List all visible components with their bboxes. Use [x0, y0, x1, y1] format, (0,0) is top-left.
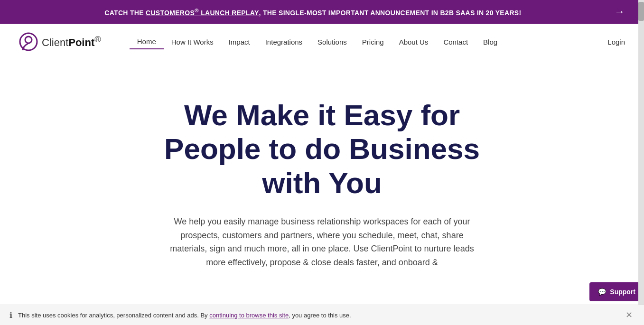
nav-item-how-it-works[interactable]: How It Works — [164, 35, 221, 49]
logo-icon — [19, 32, 38, 51]
nav-link-about[interactable]: About Us — [392, 35, 436, 49]
nav-item-about[interactable]: About Us — [392, 35, 436, 49]
nav-item-solutions[interactable]: Solutions — [310, 35, 355, 49]
banner-suffix: , THE SINGLE-MOST IMPORTANT ANNOUNCEMENT… — [259, 9, 522, 17]
nav-link-how-it-works[interactable]: How It Works — [164, 35, 221, 49]
banner-link[interactable]: CUSTOMEROS® LAUNCH REPLAY — [146, 9, 259, 17]
logo-client: Client — [42, 37, 68, 49]
support-button[interactable]: 💬 Support — [589, 282, 644, 288]
support-icon: 💬 — [598, 288, 606, 288]
banner-prefix: CATCH THE — [104, 9, 146, 17]
nav-item-impact[interactable]: Impact — [221, 35, 258, 49]
nav-item-contact[interactable]: Contact — [436, 35, 476, 49]
logo-reg: ® — [94, 34, 101, 44]
nav-login-link[interactable]: Login — [607, 35, 625, 49]
nav-link-integrations[interactable]: Integrations — [258, 35, 310, 49]
navbar: ClientPoint® Home How It Works Impact In… — [0, 24, 644, 60]
nav-item-blog[interactable]: Blog — [476, 35, 505, 49]
nav-link-solutions[interactable]: Solutions — [310, 35, 355, 49]
scrollbar-thumb[interactable] — [638, 2, 644, 21]
hero-subtitle: We help you easily manage business relat… — [166, 215, 479, 269]
nav-link-pricing[interactable]: Pricing — [355, 35, 392, 49]
svg-point-0 — [20, 33, 37, 50]
banner-text: CATCH THE CUSTOMEROS® LAUNCH REPLAY, THE… — [19, 7, 607, 17]
hero-section: We Make it Easy for People to do Busines… — [0, 60, 644, 288]
banner-arrow-icon[interactable]: → — [615, 6, 625, 18]
support-label: Support — [610, 288, 635, 288]
nav-links: Home How It Works Impact Integrations So… — [130, 35, 608, 49]
nav-link-home[interactable]: Home — [130, 35, 164, 49]
announcement-banner: CATCH THE CUSTOMEROS® LAUNCH REPLAY, THE… — [0, 0, 644, 24]
svg-point-1 — [25, 37, 32, 43]
nav-link-contact[interactable]: Contact — [436, 35, 476, 49]
nav-item-integrations[interactable]: Integrations — [258, 35, 310, 49]
hero-title: We Make it Easy for People to do Busines… — [151, 98, 493, 200]
logo-text: ClientPoint® — [42, 34, 101, 49]
nav-item-pricing[interactable]: Pricing — [355, 35, 392, 49]
nav-item-home[interactable]: Home — [130, 35, 164, 49]
nav-link-impact[interactable]: Impact — [221, 35, 258, 49]
logo[interactable]: ClientPoint® — [19, 32, 101, 51]
nav-link-blog[interactable]: Blog — [476, 35, 505, 49]
scrollbar[interactable] — [638, 0, 644, 288]
logo-point: Point — [68, 37, 94, 49]
